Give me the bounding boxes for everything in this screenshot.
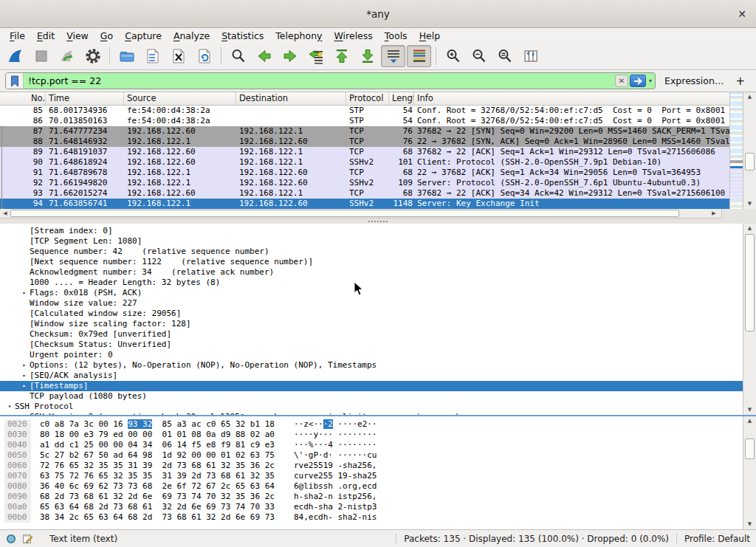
last-packet-button[interactable]: [355, 45, 379, 67]
expander-icon[interactable]: [19, 298, 30, 309]
detail-line[interactable]: Window size value: 227: [0, 298, 743, 309]
hscrollbar-thumb[interactable]: [10, 210, 679, 217]
detail-line[interactable]: [TCP Segment Len: 1080]: [0, 236, 743, 247]
expression-button[interactable]: Expression…: [656, 75, 731, 86]
auto-scroll-toggle[interactable]: [381, 45, 405, 67]
scrollbar-thumb[interactable]: [745, 153, 755, 171]
menu-analyze[interactable]: Analyze: [168, 30, 216, 42]
packet-row[interactable]: 8871.648146932192.168.122.1192.168.122.6…: [0, 137, 729, 147]
profile-text[interactable]: Profile: Default: [684, 534, 750, 544]
expert-info-icon[interactable]: [6, 534, 16, 544]
expander-icon[interactable]: [19, 340, 30, 350]
detail-line[interactable]: ▸Options: (12 bytes), No-Operation (NOP)…: [0, 360, 743, 371]
expander-icon[interactable]: [19, 329, 30, 340]
detail-line[interactable]: Sequence number: 42 (relative sequence n…: [0, 247, 743, 257]
detail-line[interactable]: [Stream index: 0]: [0, 226, 743, 236]
colorize-toggle[interactable]: [407, 45, 431, 67]
expander-icon[interactable]: ▸: [19, 412, 30, 415]
packet-row[interactable]: 9271.661949820192.168.122.1192.168.122.6…: [0, 178, 729, 188]
detail-line[interactable]: [Next sequence number: 1122 (relative se…: [0, 257, 743, 267]
menu-tools[interactable]: Tools: [379, 30, 413, 42]
open-file-button[interactable]: [114, 45, 139, 67]
expander-icon[interactable]: [19, 236, 30, 247]
detail-line[interactable]: Acknowledgment number: 34 (relative ack …: [0, 267, 743, 278]
capture-options-button[interactable]: [80, 45, 105, 67]
expander-icon[interactable]: [19, 226, 30, 236]
scroll-down-arrow-icon[interactable]: ▼: [743, 199, 756, 209]
expander-icon[interactable]: ▸: [19, 381, 30, 391]
packet-row[interactable]: 8771.647777234192.168.122.60192.168.122.…: [0, 126, 729, 137]
hex-row[interactable]: 006072 76 65 32 35 35 31 39 2d 73 68 61 …: [0, 461, 756, 471]
col-header-length[interactable]: Length: [389, 92, 414, 105]
pane-splitter[interactable]: [0, 219, 756, 224]
expander-icon[interactable]: [19, 278, 30, 288]
detail-line[interactable]: [Calculated window size: 29056]: [0, 309, 743, 319]
first-packet-button[interactable]: [329, 45, 354, 67]
detail-line[interactable]: [Window size scaling factor: 128]: [0, 319, 743, 329]
menu-capture[interactable]: Capture: [119, 30, 168, 42]
expander-icon[interactable]: [19, 391, 30, 402]
restart-capture-button[interactable]: [55, 45, 79, 67]
scroll-down-arrow-icon[interactable]: ▼: [743, 520, 756, 529]
expander-icon[interactable]: [19, 350, 30, 360]
expander-icon[interactable]: ▸: [19, 288, 30, 298]
scroll-right-arrow-icon[interactable]: ▶: [709, 209, 719, 219]
hex-row[interactable]: 00505c 27 b2 67 50 ad 64 98 1d 92 00 00 …: [0, 450, 756, 461]
col-header-source[interactable]: Source: [124, 92, 236, 105]
reload-file-button[interactable]: [192, 45, 216, 67]
packet-row[interactable]: 9071.648618924192.168.122.60192.168.122.…: [0, 157, 729, 168]
expander-icon[interactable]: [19, 247, 30, 257]
hex-row[interactable]: 00b038 34 2c 65 63 64 68 2d 73 68 61 32 …: [0, 512, 756, 523]
scrollbar-thumb[interactable]: [745, 438, 755, 459]
expander-icon[interactable]: [19, 267, 30, 278]
hex-row[interactable]: 003080 18 00 e3 79 ed 00 00 01 01 08 0a …: [0, 430, 756, 440]
detail-line[interactable]: 1000 .... = Header Length: 32 bytes (8): [0, 278, 743, 288]
menu-edit[interactable]: Edit: [31, 30, 61, 42]
filter-history-caret[interactable]: ▾: [647, 78, 655, 84]
col-header-destination[interactable]: Destination: [236, 92, 346, 105]
col-header-protocol[interactable]: Protocol: [346, 92, 389, 105]
col-header-info[interactable]: Info: [414, 92, 729, 105]
detail-line[interactable]: [Checksum Status: Unverified]: [0, 340, 743, 350]
packet-row[interactable]: 8670.013850163fe:54:00:d4:38:2aSTP54Conf…: [0, 116, 729, 126]
packet-row[interactable]: 9171.648789678192.168.122.1192.168.122.6…: [0, 168, 729, 178]
detail-line-selected[interactable]: ▸[Timestamps]: [0, 381, 743, 391]
col-header-time[interactable]: Time: [46, 92, 124, 105]
scroll-up-arrow-icon[interactable]: ▲: [743, 416, 756, 426]
expander-icon[interactable]: [19, 257, 30, 267]
hex-row[interactable]: 0040a1 dd c1 25 00 00 04 34 06 14 f5 e8 …: [0, 440, 756, 450]
detail-line[interactable]: ▸Flags: 0x018 (PSH, ACK): [0, 288, 743, 298]
scrollbar-thumb[interactable]: [745, 234, 755, 331]
zoom-original-button[interactable]: [492, 45, 517, 67]
menu-file[interactable]: File: [4, 30, 31, 42]
expander-icon[interactable]: ▸: [19, 360, 30, 371]
detail-line[interactable]: ▸SSH Version 2 (encryption:chacha20-poly…: [0, 412, 743, 415]
col-header-no[interactable]: No.: [0, 92, 46, 105]
hex-row[interactable]: 009068 2d 73 68 61 32 2d 6e 69 73 74 70 …: [0, 492, 756, 502]
close-file-button[interactable]: [166, 45, 190, 67]
hex-row[interactable]: 0020c0 a8 7a 3c 00 16 93 32 85 a3 ac c0 …: [0, 419, 756, 430]
packet-row[interactable]: 8568.001734936fe:54:00:d4:38:2aSTP54Conf…: [0, 106, 729, 116]
detail-line[interactable]: Checksum: 0x79ed [unverified]: [0, 329, 743, 340]
stop-capture-button[interactable]: [29, 45, 53, 67]
detail-vscrollbar[interactable]: ▲ ▼: [743, 224, 756, 415]
packet-row[interactable]: 8971.648191037192.168.122.60192.168.122.…: [0, 147, 729, 157]
packet-list-vscrollbar[interactable]: ▲ ▼: [743, 92, 756, 209]
detail-line[interactable]: ▸[SEQ/ACK analysis]: [0, 371, 743, 381]
detail-line[interactable]: Urgent pointer: 0: [0, 350, 743, 360]
capture-comment-icon[interactable]: [22, 533, 33, 544]
expander-icon[interactable]: [19, 309, 30, 319]
menu-wireless[interactable]: Wireless: [329, 30, 379, 42]
close-window-icon[interactable]: ✕: [738, 7, 746, 21]
menu-telephony[interactable]: Telephony: [269, 30, 328, 42]
menu-statistics[interactable]: Statistics: [216, 30, 269, 42]
packet-row[interactable]: 9371.662015274192.168.122.60192.168.122.…: [0, 188, 729, 199]
go-to-packet-button[interactable]: [303, 45, 328, 67]
hex-row[interactable]: 008036 40 6c 69 62 73 73 68 2e 6f 72 67 …: [0, 481, 756, 492]
detail-line[interactable]: TCP payload (1080 bytes): [0, 391, 743, 402]
scroll-left-arrow-icon[interactable]: ◀: [0, 209, 10, 219]
menu-view[interactable]: View: [61, 30, 94, 42]
filter-add-button[interactable]: +: [731, 75, 751, 88]
packet-list-hscrollbar[interactable]: ◀ ▶: [0, 209, 756, 219]
intelligent-scrollbar-minimap[interactable]: [729, 92, 743, 209]
